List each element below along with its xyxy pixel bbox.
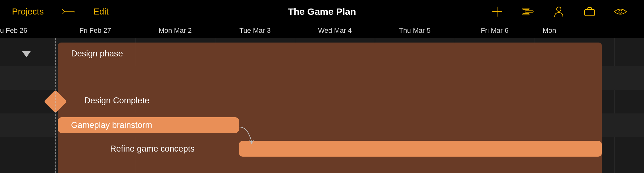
dependency-arrow-icon bbox=[236, 124, 261, 149]
date-column: Wed Mar 4 bbox=[295, 23, 375, 37]
date-column: Mon bbox=[535, 23, 564, 37]
date-column: Thu Mar 5 bbox=[375, 23, 455, 37]
project-title: The Game Plan bbox=[288, 6, 356, 17]
svg-rect-4 bbox=[585, 9, 595, 16]
svg-rect-2 bbox=[523, 14, 529, 15]
svg-point-5 bbox=[619, 10, 622, 13]
projects-button[interactable]: Projects bbox=[12, 7, 44, 17]
task-label: Gameplay brainstorm bbox=[71, 120, 152, 130]
eye-icon[interactable] bbox=[614, 5, 627, 18]
disclosure-triangle-icon[interactable] bbox=[22, 51, 31, 57]
toolbar: Projects Edit The Game Plan bbox=[0, 0, 644, 23]
today-line bbox=[55, 38, 56, 173]
date-column: Fri Feb 27 bbox=[55, 23, 135, 37]
gantt-chart[interactable]: Design phaseDesign CompleteGameplay brai… bbox=[0, 38, 644, 173]
date-column: u Feb 26 bbox=[0, 23, 55, 37]
date-column: Mon Mar 2 bbox=[135, 23, 215, 37]
list-icon[interactable] bbox=[521, 5, 535, 18]
task-bar-refine-game-concepts[interactable] bbox=[239, 141, 602, 157]
timeline-header: u Feb 26Fri Feb 27Mon Mar 2Tue Mar 3Wed … bbox=[0, 23, 644, 38]
date-column: Fri Mar 6 bbox=[455, 23, 535, 37]
svg-rect-1 bbox=[525, 11, 533, 12]
svg-point-3 bbox=[557, 7, 561, 11]
plus-icon[interactable] bbox=[491, 5, 504, 18]
briefcase-icon[interactable] bbox=[583, 5, 596, 18]
edit-button[interactable]: Edit bbox=[93, 7, 108, 17]
date-column: Tue Mar 3 bbox=[215, 23, 295, 37]
task-label: Refine game concepts bbox=[110, 144, 195, 154]
person-icon[interactable] bbox=[552, 5, 565, 18]
milestone-label: Design Complete bbox=[84, 96, 149, 106]
svg-rect-0 bbox=[523, 8, 529, 10]
group-bar-design-phase[interactable] bbox=[58, 43, 602, 66]
back-icon[interactable] bbox=[62, 5, 75, 18]
group-label: Design phase bbox=[71, 49, 123, 59]
